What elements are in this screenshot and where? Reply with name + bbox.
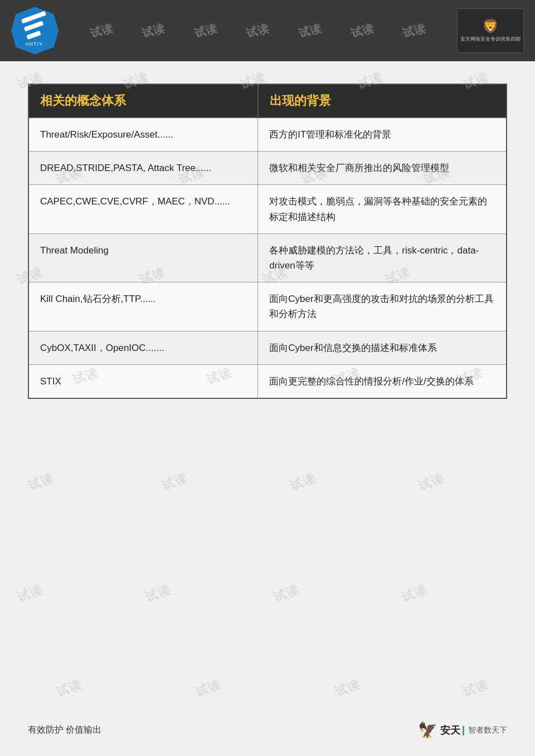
table-cell-left: CAPEC,CWE,CVE,CVRF，MAEC，NVD...... xyxy=(28,185,258,233)
wm-28: 试读 xyxy=(332,676,363,701)
footer-divider: | xyxy=(462,724,465,736)
footer-bird-icon: 🦅 xyxy=(418,721,437,739)
table-cell-right: 微软和相关安全厂商所推出的风险管理模型 xyxy=(258,152,507,185)
table-cell-right: 对攻击模式，脆弱点，漏洞等各种基础的安全元素的标定和描述结构 xyxy=(258,185,507,233)
col2-header: 出现的背景 xyxy=(258,84,507,118)
logo-stripes xyxy=(21,15,49,40)
header-wm-1: 试读 xyxy=(89,21,114,41)
table-cell-left: CybOX,TAXII，OpenIOC....... xyxy=(28,331,258,364)
header-watermarks: 试读 试读 试读 试读 试读 试读 试读 xyxy=(59,23,457,38)
header-wm-6: 试读 xyxy=(349,21,375,41)
header-wm-2: 试读 xyxy=(141,21,167,41)
wm-22: 试读 xyxy=(14,581,45,606)
wm-20: 试读 xyxy=(288,470,318,495)
footer-tagline: 有效防护 价值输出 xyxy=(28,724,101,736)
footer: 有效防护 价值输出 🦅 安天 | 智者数天下 xyxy=(28,721,507,739)
header: ANTIY. 试读 试读 试读 试读 试读 试读 试读 🦁 安天网络安全专训营第… xyxy=(0,0,535,61)
table-cell-left: Threat Modeling xyxy=(28,233,258,282)
header-wm-7: 试读 xyxy=(401,21,427,41)
footer-logo: 🦅 安天 | 智者数天下 xyxy=(418,721,507,739)
logo-antiy-text: ANTIY. xyxy=(26,41,45,47)
header-right-logo: 🦁 安天网络安全专训营第四期 xyxy=(457,8,524,53)
header-wm-5: 试读 xyxy=(297,21,323,41)
header-wm-3: 试读 xyxy=(193,21,218,41)
table-row: STIX面向更完整的综合性的情报分析/作业/交换的体系 xyxy=(28,364,507,398)
table-cell-right: 西方的IT管理和标准化的背景 xyxy=(258,118,507,152)
antiy-logo: ANTIY. xyxy=(11,7,59,55)
footer-antiy-text: 安天 xyxy=(440,724,460,737)
logo-stripe-3 xyxy=(26,30,41,39)
table-row: CAPEC,CWE,CVE,CVRF，MAEC，NVD......对攻击模式，脆… xyxy=(28,185,507,233)
right-logo-text: 安天网络安全专训营第四期 xyxy=(460,36,521,43)
table-cell-left: DREAD,STRIDE,PASTA, Attack Tree...... xyxy=(28,152,258,185)
table-cell-right: 各种威胁建模的方法论，工具，risk-centric，data-driven等等 xyxy=(258,233,507,282)
table-cell-left: STIX xyxy=(28,364,258,398)
table-row: Threat Modeling各种威胁建模的方法论，工具，risk-centri… xyxy=(28,233,507,282)
table-cell-right: 面向Cyber和信息交换的描述和标准体系 xyxy=(258,331,507,364)
wm-25: 试读 xyxy=(399,581,430,606)
main-content: 相关的概念体系 出现的背景 Threat/Risk/Exposure/Asset… xyxy=(0,61,535,421)
table-cell-right: 面向Cyber和更高强度的攻击和对抗的场景的分析工具和分析方法 xyxy=(258,282,507,331)
concept-table: 相关的概念体系 出现的背景 Threat/Risk/Exposure/Asset… xyxy=(28,84,507,399)
wm-27: 试读 xyxy=(193,676,223,701)
table-row: Threat/Risk/Exposure/Asset......西方的IT管理和… xyxy=(28,118,507,152)
wm-29: 试读 xyxy=(460,676,491,701)
header-wm-4: 试读 xyxy=(245,21,271,41)
wm-19: 试读 xyxy=(159,470,190,495)
wm-26: 试读 xyxy=(54,676,84,701)
table-row: Kill Chain,钻石分析,TTP......面向Cyber和更高强度的攻击… xyxy=(28,282,507,331)
table-cell-left: Kill Chain,钻石分析,TTP...... xyxy=(28,282,258,331)
table-cell-left: Threat/Risk/Exposure/Asset...... xyxy=(28,118,258,152)
table-row: DREAD,STRIDE,PASTA, Attack Tree......微软和… xyxy=(28,152,507,185)
footer-sub-text: 智者数天下 xyxy=(468,725,507,735)
wm-24: 试读 xyxy=(271,581,301,606)
table-cell-right: 面向更完整的综合性的情报分析/作业/交换的体系 xyxy=(258,364,507,398)
wm-18: 试读 xyxy=(26,470,56,495)
right-logo-icon: 🦁 xyxy=(482,18,499,34)
wm-21: 试读 xyxy=(416,470,446,495)
table-row: CybOX,TAXII，OpenIOC.......面向Cyber和信息交换的描… xyxy=(28,331,507,364)
wm-23: 试读 xyxy=(143,581,173,606)
col1-header: 相关的概念体系 xyxy=(28,84,258,118)
